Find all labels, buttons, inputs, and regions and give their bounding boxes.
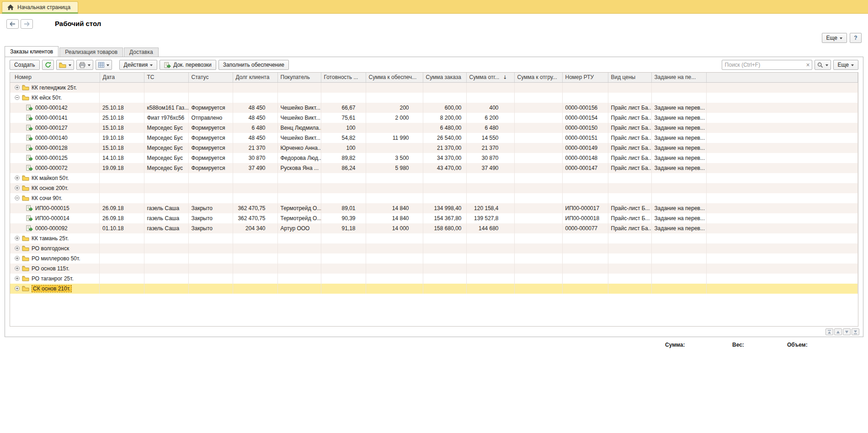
column-header-shipped-amount[interactable]: Сумма отг...↓ bbox=[466, 73, 514, 82]
column-header-amount-to-ship[interactable]: Сумма к отгру... bbox=[514, 73, 562, 82]
group-row[interactable]: КК основ 200т. bbox=[10, 183, 858, 193]
search-input[interactable] bbox=[722, 60, 812, 70]
forward-button[interactable] bbox=[21, 19, 33, 29]
create-group-dropdown-button[interactable] bbox=[56, 60, 74, 70]
table-cell bbox=[514, 233, 562, 243]
group-row[interactable]: КК сочи 90т. bbox=[10, 193, 858, 203]
table-cell bbox=[100, 193, 144, 203]
collapse-toggle-icon[interactable] bbox=[15, 95, 20, 100]
go-first-button[interactable] bbox=[825, 328, 833, 335]
column-header-price-type[interactable]: Вид цены bbox=[608, 73, 651, 82]
column-header-transport-task[interactable]: Задание на пе... bbox=[651, 73, 706, 82]
table-cell: 0000-000072 bbox=[10, 163, 100, 173]
column-header-date[interactable]: Дата bbox=[100, 73, 144, 82]
table-cell: Формируется bbox=[188, 103, 233, 113]
table-cell bbox=[366, 264, 423, 274]
column-header-vehicle[interactable]: ТС bbox=[144, 73, 188, 82]
table-cell-filler bbox=[706, 113, 858, 123]
expand-toggle-icon[interactable] bbox=[15, 286, 20, 291]
chevron-down-icon bbox=[851, 64, 854, 66]
go-last-button[interactable] bbox=[852, 328, 859, 335]
table-cell bbox=[144, 193, 188, 203]
group-row[interactable]: СК основ 210т. bbox=[10, 284, 858, 294]
order-row[interactable]: ИП00-00001426.09.18газель СашаЗакрыто362… bbox=[10, 213, 858, 223]
column-header-buyer[interactable]: Покупатель bbox=[277, 73, 321, 82]
tab-goods-sales[interactable]: Реализация товаров bbox=[59, 48, 123, 57]
search-dropdown-button[interactable] bbox=[815, 60, 831, 70]
order-row[interactable]: 0000-00014225.10.18к588ом161 Газ...Форми… bbox=[10, 103, 858, 113]
go-previous-button[interactable] bbox=[834, 328, 842, 335]
table-cell-filler bbox=[706, 213, 858, 223]
table-cell: Мерседес Бус bbox=[144, 153, 188, 163]
list-more-button[interactable]: Еще bbox=[833, 60, 858, 70]
column-header-order-amount[interactable]: Сумма заказа bbox=[423, 73, 466, 82]
expand-toggle-icon[interactable] bbox=[15, 185, 20, 190]
create-button[interactable]: Создать bbox=[10, 60, 40, 70]
go-next-button[interactable] bbox=[843, 328, 851, 335]
expand-toggle-icon[interactable] bbox=[15, 266, 20, 271]
table-cell: Прайс лист Ба... bbox=[608, 113, 651, 123]
back-button[interactable] bbox=[6, 19, 19, 29]
table-cell: Задание на перев... bbox=[651, 113, 706, 123]
table-cell bbox=[277, 193, 321, 203]
table-cell: 26.09.18 bbox=[100, 203, 144, 213]
table-cell: Задание на перев... bbox=[651, 213, 706, 223]
output-list-dropdown-button[interactable] bbox=[96, 60, 112, 70]
form-more-button[interactable]: Еще bbox=[822, 33, 847, 43]
order-row[interactable]: 0000-00012715.10.18Мерседес БусФормирует… bbox=[10, 123, 858, 133]
group-row[interactable]: КК тамань 25т. bbox=[10, 233, 858, 243]
table-cell bbox=[514, 183, 562, 193]
expand-toggle-icon[interactable] bbox=[15, 246, 20, 251]
group-row[interactable]: РО волгодонск bbox=[10, 243, 858, 253]
group-row[interactable]: РО таганрог 25т. bbox=[10, 274, 858, 284]
group-row[interactable]: КК майкоп 50т. bbox=[10, 173, 858, 183]
column-header-number[interactable]: Номер bbox=[10, 73, 100, 82]
help-button[interactable]: ? bbox=[850, 33, 862, 43]
expand-toggle-icon[interactable] bbox=[15, 256, 20, 261]
table-cell: Прайс лист Ба... bbox=[608, 133, 651, 143]
home-page-tab[interactable]: Начальная страница bbox=[2, 1, 78, 14]
table-cell: Прайс лист Ба... bbox=[608, 163, 651, 173]
actions-dropdown-button[interactable]: Действия bbox=[119, 60, 158, 70]
table-cell: Задание на перев... bbox=[651, 153, 706, 163]
expand-toggle-icon[interactable] bbox=[15, 175, 20, 180]
order-row[interactable]: 0000-00012815.10.18Мерседес БусФормирует… bbox=[10, 143, 858, 153]
transport-doc-button[interactable]: Док. перевозки bbox=[160, 60, 216, 70]
order-row[interactable]: 0000-00014125.10.18Фиат т976хс56Отправле… bbox=[10, 113, 858, 123]
group-row[interactable]: КК ейск 50т. bbox=[10, 93, 858, 103]
order-row[interactable]: 0000-00009201.10.18газель СашаЗакрыто204… bbox=[10, 223, 858, 233]
form-more-label: Еще bbox=[826, 35, 837, 41]
clear-search-icon[interactable]: × bbox=[806, 61, 809, 69]
order-row[interactable]: ИП00-00001526.09.18газель СашаЗакрыто362… bbox=[10, 203, 858, 213]
table-cell bbox=[144, 253, 188, 264]
order-row[interactable]: 0000-00014019.10.18Мерседес БусФормирует… bbox=[10, 133, 858, 143]
expand-toggle-icon[interactable] bbox=[15, 85, 20, 90]
table-cell bbox=[651, 264, 706, 274]
table-cell bbox=[423, 82, 466, 93]
collapse-toggle-icon[interactable] bbox=[15, 195, 20, 201]
fill-provision-button[interactable]: Заполнить обеспечение bbox=[218, 60, 289, 70]
refresh-button[interactable] bbox=[42, 60, 54, 70]
expand-toggle-icon[interactable] bbox=[15, 276, 20, 281]
chevron-down-icon bbox=[107, 64, 109, 66]
printer-icon bbox=[79, 62, 85, 68]
column-header-amount-to-secure[interactable]: Сумма к обеспеч... bbox=[366, 73, 423, 82]
group-row[interactable]: КК геленджик 25т. bbox=[10, 82, 858, 93]
table-cell: 26 540,00 bbox=[423, 133, 466, 143]
order-row[interactable]: 0000-00012514.10.18Мерседес БусФормирует… bbox=[10, 153, 858, 163]
column-header-client-debt[interactable]: Долг клиента bbox=[233, 73, 277, 82]
group-row[interactable]: РО миллерово 50т. bbox=[10, 253, 858, 264]
expand-toggle-icon[interactable] bbox=[15, 236, 20, 241]
table-cell bbox=[608, 93, 651, 103]
column-header-rtu-number[interactable]: Номер РТУ bbox=[562, 73, 608, 82]
folder-icon bbox=[22, 95, 29, 100]
table-cell: 37 490 bbox=[233, 163, 277, 173]
order-row[interactable]: 0000-00007219.09.18Мерседес БусФормирует… bbox=[10, 163, 858, 173]
print-dropdown-button[interactable] bbox=[76, 60, 93, 70]
column-header-readiness[interactable]: Готовность ... bbox=[321, 73, 366, 82]
table-cell bbox=[233, 193, 277, 203]
group-row[interactable]: РО основ 115т. bbox=[10, 264, 858, 274]
column-header-status[interactable]: Статус bbox=[188, 73, 233, 82]
tab-delivery[interactable]: Доставка bbox=[124, 48, 159, 57]
tab-customer-orders[interactable]: Заказы клиентов bbox=[5, 46, 59, 57]
